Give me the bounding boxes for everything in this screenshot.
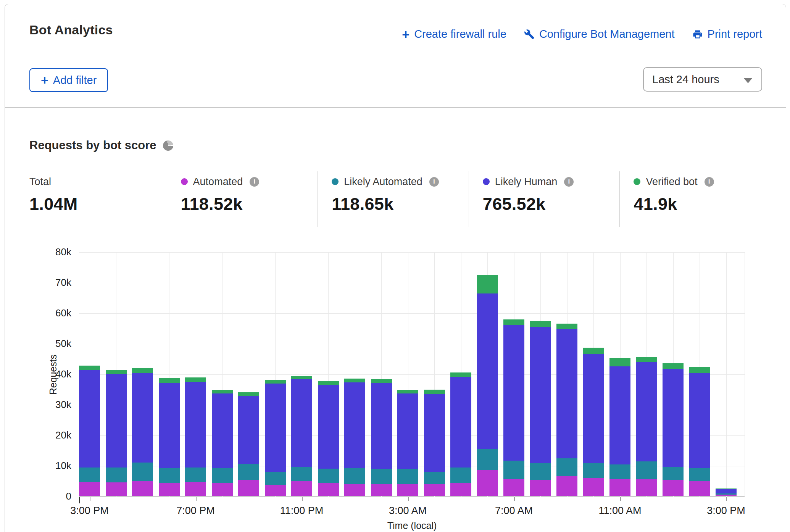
stat-value: 118.52k — [181, 194, 318, 214]
stat-verified-bot: Verified boti41.9k — [619, 171, 771, 227]
info-icon[interactable]: i — [564, 177, 574, 187]
bar-segment-likely-human — [530, 327, 551, 464]
bar-segment-automated — [583, 478, 604, 496]
info-icon[interactable]: i — [250, 177, 259, 187]
stacked-bar-900pm[interactable] — [238, 392, 259, 496]
bar-segment-likely-human — [212, 393, 233, 468]
bar-segment-likely-automated — [371, 469, 392, 484]
stacked-bar-300pm[interactable] — [716, 488, 737, 496]
y-tick-label: 10k — [45, 460, 71, 472]
bar-segment-likely-human — [185, 382, 206, 467]
stacked-bar-1000am[interactable] — [583, 348, 604, 496]
bar-segment-verified-bot — [503, 319, 524, 325]
time-range-select[interactable]: Last 24 hours — [643, 67, 762, 92]
stacked-bar-400pm[interactable] — [106, 370, 127, 496]
bar-segment-verified-bot — [663, 363, 684, 369]
stacked-bar-400am[interactable] — [424, 390, 445, 496]
stacked-bar-1100am[interactable] — [609, 358, 630, 496]
bar-segment-likely-automated — [238, 464, 259, 480]
stacked-bar-500pm[interactable] — [132, 368, 153, 496]
bar-segment-automated — [450, 483, 471, 496]
configure-bot-management-link[interactable]: Configure Bot Management — [524, 28, 675, 40]
stat-label: Likely Automated — [344, 176, 422, 188]
x-tick-label: 7:00 AM — [495, 505, 533, 517]
bar-segment-likely-human — [716, 489, 737, 493]
bar-segment-automated — [318, 483, 339, 496]
bar-segment-verified-bot — [556, 324, 577, 329]
bar-segment-likely-human — [318, 385, 339, 469]
stacked-bar-1100pm[interactable] — [291, 376, 312, 496]
bar-segment-likely-automated — [556, 458, 577, 476]
y-tick-label: 70k — [45, 277, 71, 289]
create-firewall-rule-link[interactable]: + Create firewall rule — [402, 28, 506, 40]
bar-segment-verified-bot — [238, 392, 259, 396]
bar-segment-automated — [185, 482, 206, 496]
bar-segment-likely-automated — [689, 468, 710, 481]
bar-segment-likely-automated — [583, 463, 604, 479]
bar-segment-likely-human — [556, 329, 577, 458]
stacked-bar-300am[interactable] — [397, 390, 418, 496]
stacked-bar-600pm[interactable] — [159, 378, 180, 496]
stacked-bar-900am[interactable] — [556, 324, 577, 496]
info-icon[interactable]: i — [429, 177, 439, 187]
stacked-bar-800pm[interactable] — [212, 390, 233, 496]
requests-by-bot-score-chart — [79, 252, 745, 497]
pie-chart-icon — [163, 140, 173, 151]
bar-segment-automated — [556, 476, 577, 496]
bar-segment-automated — [689, 481, 710, 496]
create-firewall-rule-label: Create firewall rule — [414, 28, 506, 40]
plus-icon: + — [41, 75, 48, 85]
bar-segment-likely-automated — [159, 468, 180, 483]
stacked-bar-600am[interactable] — [477, 275, 498, 496]
stacked-bar-500am[interactable] — [450, 372, 471, 496]
stacked-bar-1200am[interactable] — [318, 381, 339, 496]
stacked-bar-200pm[interactable] — [689, 367, 710, 496]
gridline — [726, 252, 727, 497]
bar-segment-likely-human — [371, 383, 392, 469]
stacked-bar-800am[interactable] — [530, 321, 551, 496]
section-title-row: Requests by bot score — [29, 139, 173, 152]
print-report-label: Print report — [708, 28, 762, 40]
stacked-bar-1000pm[interactable] — [265, 380, 286, 496]
bar-segment-automated — [238, 480, 259, 496]
section-title: Requests by bot score — [29, 139, 156, 152]
bar-segment-automated — [79, 482, 100, 496]
card-header: Bot Analytics + Create firewall rule Con… — [5, 4, 786, 108]
add-filter-label: Add filter — [53, 74, 97, 87]
bar-segment-likely-automated — [450, 468, 471, 483]
info-icon[interactable]: i — [705, 177, 714, 187]
bar-segment-verified-bot — [689, 367, 710, 373]
bar-segment-automated — [397, 484, 418, 496]
bar-segment-likely-automated — [477, 449, 498, 470]
bot-analytics-card: Bot Analytics + Create firewall rule Con… — [5, 4, 786, 532]
bar-segment-verified-bot — [477, 275, 498, 293]
stacked-bar-100pm[interactable] — [663, 363, 684, 496]
bar-segment-automated — [106, 482, 127, 496]
bar-segment-likely-automated — [424, 472, 445, 484]
bar-segment-likely-automated — [265, 472, 286, 485]
bar-segment-verified-bot — [132, 368, 153, 373]
bar-segment-likely-human — [503, 325, 524, 461]
stacked-bar-1200pm[interactable] — [636, 357, 657, 496]
stacked-bar-700pm[interactable] — [185, 377, 206, 496]
print-report-link[interactable]: Print report — [692, 28, 762, 40]
stat-likely-automated: Likely Automatedi118.65k — [318, 171, 469, 227]
bar-segment-automated — [132, 481, 153, 496]
bar-segment-likely-human — [636, 362, 657, 461]
bar-segment-verified-bot — [450, 372, 471, 377]
legend-dot-icon — [332, 178, 339, 185]
add-filter-button[interactable]: + Add filter — [29, 68, 108, 92]
axis-tick — [196, 497, 197, 501]
x-tick-label: 3:00 PM — [707, 505, 745, 517]
stat-label: Automated — [193, 176, 243, 188]
stacked-bar-100am[interactable] — [344, 379, 365, 496]
axis-tick — [408, 497, 409, 501]
stacked-bar-300pm[interactable] — [79, 366, 100, 496]
stacked-bar-700am[interactable] — [503, 319, 524, 496]
bar-segment-likely-human — [477, 293, 498, 449]
stacked-bar-200am[interactable] — [371, 379, 392, 496]
gridline — [79, 252, 745, 253]
bar-segment-automated — [636, 479, 657, 496]
bar-segment-likely-human — [291, 379, 312, 467]
controls-row: + Add filter Last 24 hours — [29, 68, 762, 93]
